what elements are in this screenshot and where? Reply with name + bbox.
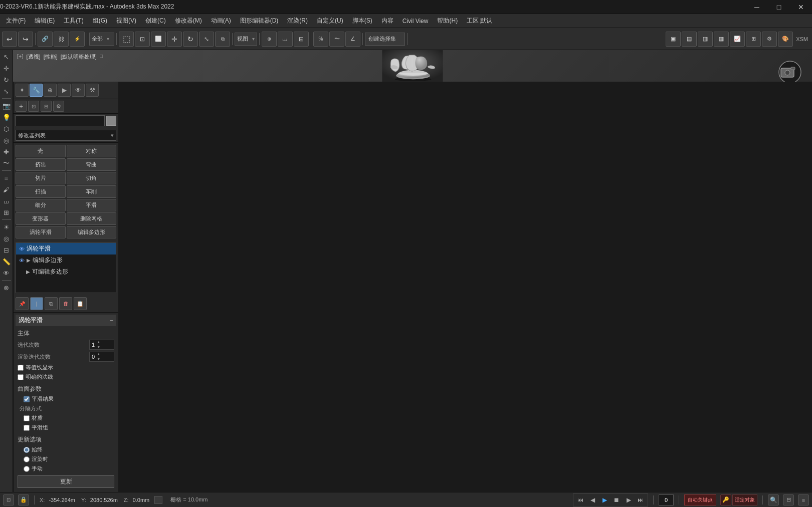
render-btn[interactable]: 🎨 <box>778 32 793 47</box>
update-button[interactable]: 更新 <box>18 475 114 488</box>
add-modifier-btn[interactable]: + <box>16 101 27 112</box>
close-button[interactable]: ✕ <box>790 0 812 14</box>
render-iter-up[interactable]: ▲ <box>97 352 104 357</box>
camera-viewport-icon[interactable] <box>775 57 805 82</box>
vp-camera-reset[interactable]: □ <box>100 53 103 61</box>
goto-end-btn[interactable]: ⏭ <box>635 494 646 505</box>
mirror-button[interactable]: ⧢ <box>278 32 293 47</box>
mod-btn-bend[interactable]: 弯曲 <box>67 158 117 171</box>
select-object-button[interactable]: ⬚ <box>119 32 134 47</box>
lt-ribbon[interactable]: ≡ <box>1 172 12 183</box>
iterations-spinner[interactable]: ▲ ▼ <box>97 340 104 350</box>
manual-radio[interactable] <box>24 466 30 472</box>
create-selection-dropdown[interactable]: 创建选择集 <box>365 33 405 46</box>
mod-btn-extrude[interactable]: 挤出 <box>16 158 66 171</box>
lt-bottom[interactable]: ⊗ <box>1 282 12 293</box>
lt-sun[interactable]: ☀ <box>1 221 12 232</box>
menu-scripts[interactable]: 脚本(S) <box>348 16 376 26</box>
render-radio[interactable] <box>24 456 30 462</box>
render-frame[interactable]: ▤ <box>682 32 697 47</box>
align-button[interactable]: ⊟ <box>294 32 309 47</box>
lt-target[interactable]: ◎ <box>1 233 12 244</box>
prev-frame-btn[interactable]: ◀ <box>587 494 598 505</box>
object-name-input[interactable]: Box007 <box>16 115 105 126</box>
isoline-checkbox[interactable] <box>18 365 24 371</box>
mod-btn-delete-mesh[interactable]: 删除网格 <box>67 212 117 225</box>
menu-customize[interactable]: 自定义(U) <box>313 16 347 26</box>
delete-modifier-btn[interactable]: 🗑 <box>59 297 72 310</box>
render-iter-spinner[interactable]: ▲ ▼ <box>97 352 104 362</box>
lt-rotate[interactable]: ↻ <box>1 74 12 85</box>
vp-mode[interactable]: [透视] <box>27 53 41 61</box>
show-buttons-btn[interactable]: ⊡ <box>28 101 39 112</box>
stack-eye-icon2[interactable]: 👁 <box>19 258 25 264</box>
mod-btn-edit-poly[interactable]: 编辑多边形 <box>67 226 117 238</box>
mod-btn-smooth[interactable]: 平滑 <box>67 199 117 211</box>
mod-btn-shell[interactable]: 壳 <box>16 145 66 157</box>
angle-snap[interactable]: ∠ <box>345 32 360 47</box>
utilities-tab[interactable]: ⚒ <box>86 84 99 97</box>
link-button[interactable]: 🔗 <box>38 32 53 47</box>
percent-btn[interactable]: % <box>313 32 328 47</box>
view-dropdown[interactable]: 视图 <box>235 33 257 46</box>
status-snap-icon[interactable]: ⊡ <box>3 494 14 505</box>
select-filter-dropdown[interactable]: 全部 <box>89 33 114 46</box>
status-right-1[interactable]: ⊟ <box>783 494 794 505</box>
make-unique-btn[interactable]: ⧉ <box>45 297 58 310</box>
mod-btn-subdivide[interactable]: 细分 <box>16 199 66 211</box>
mod-btn-slice[interactable]: 切片 <box>16 172 66 184</box>
minimize-button[interactable]: ─ <box>746 0 768 14</box>
stack-arrow-icon[interactable]: ▶ <box>27 258 31 263</box>
goto-start-btn[interactable]: ⏮ <box>575 494 586 505</box>
lt-measure[interactable]: 📏 <box>1 256 12 267</box>
schematic[interactable]: ⊞ <box>746 32 761 47</box>
turbosmooth-title[interactable]: 涡轮平滑 − <box>16 315 116 326</box>
lt-spacewarp[interactable]: 〜 <box>1 158 12 169</box>
coord-lock[interactable] <box>154 496 162 504</box>
menu-workspace[interactable]: 工区 默认 <box>463 16 496 26</box>
lt-camera[interactable]: 📷 <box>1 100 12 111</box>
menu-edit[interactable]: 编辑(E) <box>31 16 59 26</box>
menu-content[interactable]: 内容 <box>377 16 397 26</box>
bind-space-warp[interactable]: ⚡ <box>70 32 85 47</box>
undo-button[interactable]: ↩ <box>2 32 17 47</box>
rectangular-select[interactable]: ⬜ <box>151 32 166 47</box>
chair-render[interactable]: Z X Y <box>13 50 812 82</box>
mod-btn-lathe[interactable]: 车削 <box>67 185 117 198</box>
lt-align2[interactable]: ⊟ <box>1 244 12 256</box>
set-key-icon[interactable]: 🔑 <box>720 494 731 505</box>
pin-stack-btn[interactable]: 📌 <box>16 297 29 310</box>
mod-btn-sweep[interactable]: 扫描 <box>16 185 66 198</box>
material-editor[interactable]: ▦ <box>714 32 729 47</box>
play-btn[interactable]: ▶ <box>599 494 610 505</box>
always-radio[interactable] <box>24 447 30 453</box>
maximize-button[interactable]: □ <box>768 0 790 14</box>
configure-modifiers-btn[interactable]: 📋 <box>74 297 87 310</box>
turbosmooth-collapse-btn[interactable]: − <box>110 317 113 324</box>
next-frame-btn[interactable]: ▶ <box>623 494 634 505</box>
lt-move[interactable]: ✛ <box>1 63 12 74</box>
vp-shading[interactable]: [性能] <box>44 53 58 61</box>
create-tab[interactable]: ✦ <box>16 84 29 97</box>
move-button[interactable]: ✛ <box>167 32 182 47</box>
menu-modifiers[interactable]: 修改器(M) <box>171 16 206 26</box>
set-key-btn[interactable]: 适定对象 <box>732 494 757 505</box>
lt-array[interactable]: ⊞ <box>1 207 12 218</box>
unlink-button[interactable]: ⛓ <box>54 32 69 47</box>
auto-key-btn[interactable]: 自动关键点 <box>684 494 716 505</box>
menu-file[interactable]: 文件(F) <box>2 16 30 26</box>
mod-btn-morpher[interactable]: 变形器 <box>16 212 66 225</box>
menu-help[interactable]: 帮助(H) <box>433 16 462 26</box>
render-iterations-input[interactable]: 0 ▲ ▼ <box>89 352 114 362</box>
rotate-button[interactable]: ↻ <box>183 32 198 47</box>
iter-up[interactable]: ▲ <box>97 340 104 345</box>
menu-render[interactable]: 渲染(R) <box>283 16 312 26</box>
stack-eye-icon[interactable]: 👁 <box>19 246 25 252</box>
motion-tab[interactable]: ▶ <box>58 84 71 97</box>
vp-render[interactable]: [默认明暗处理] <box>61 53 97 61</box>
settings-btn[interactable]: ⚙ <box>53 101 64 112</box>
mod-btn-turbosmooth[interactable]: 涡轮平滑 <box>16 226 66 238</box>
curve-btn[interactable]: 〜 <box>329 32 344 47</box>
lt-mirror[interactable]: ⧢ <box>1 195 12 206</box>
status-right-2[interactable]: ≡ <box>798 494 809 505</box>
